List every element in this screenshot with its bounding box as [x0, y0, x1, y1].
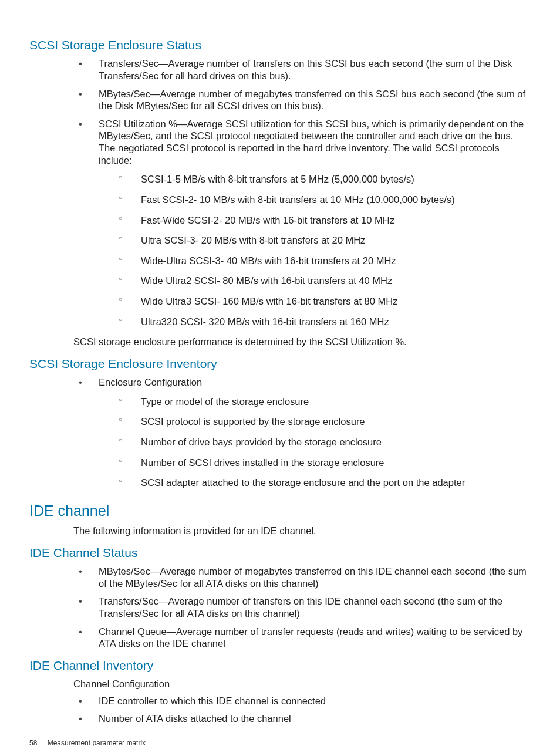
list-item-text: Enclosure Configuration — [99, 377, 202, 387]
list-item: Number of drive bays provided by the sto… — [119, 436, 531, 448]
page-footer: 58 Measurement parameter matrix — [29, 739, 531, 746]
heading-scsi-status: SCSI Storage Enclosure Status — [29, 38, 531, 53]
list-item: SCSI Utilization %—Average SCSI utilizat… — [79, 118, 531, 328]
list-item: Fast-Wide SCSI-2- 20 MB/s with 16-bit tr… — [119, 214, 531, 227]
list-item: Channel Queue—Average number of transfer… — [79, 626, 531, 650]
heading-ide-status: IDE Channel Status — [29, 545, 531, 561]
list-item: Enclosure Configuration Type or model of… — [79, 376, 531, 489]
page-number: 58 — [29, 739, 37, 746]
footer-title: Measurement parameter matrix — [48, 739, 146, 746]
sublist-enclosure-config: Type or model of the storage enclosure S… — [119, 396, 531, 489]
list-item: Wide-Ultra SCSI-3- 40 MB/s with 16-bit t… — [119, 255, 531, 267]
list-item: Fast SCSI-2- 10 MB/s with 8-bit transfer… — [119, 194, 531, 206]
list-item: Number of SCSI drives installed in the s… — [119, 457, 531, 469]
heading-scsi-inventory: SCSI Storage Enclosure Inventory — [29, 356, 531, 372]
list-scsi-inventory: Enclosure Configuration Type or model of… — [79, 376, 531, 489]
list-item: Ultra SCSI-3- 20 MB/s with 8-bit transfe… — [119, 234, 531, 247]
list-item: Ultra320 SCSI- 320 MB/s with 16-bit tran… — [119, 316, 531, 328]
paragraph-scsi-closing: SCSI storage enclosure performance is de… — [73, 336, 531, 348]
list-item-text: SCSI Utilization %—Average SCSI utilizat… — [99, 119, 524, 166]
list-item: MBytes/Sec—Average number of megabytes t… — [79, 565, 531, 589]
list-item: Transfers/Sec—Average number of transfer… — [79, 58, 531, 82]
list-item: Wide Ultra3 SCSI- 160 MB/s with 16-bit t… — [119, 295, 531, 308]
list-item: Transfers/Sec—Average number of transfer… — [79, 595, 531, 619]
list-item: MBytes/Sec—Average number of megabytes t… — [79, 88, 531, 112]
list-ide-inventory: IDE controller to which this IDE channel… — [79, 695, 531, 725]
list-item: IDE controller to which this IDE channel… — [79, 695, 531, 707]
list-item: SCSI protocol is supported by the storag… — [119, 416, 531, 428]
list-item: Number of ATA disks attached to the chan… — [79, 713, 531, 725]
heading-ide-channel: IDE channel — [29, 502, 531, 520]
list-item: Type or model of the storage enclosure — [119, 396, 531, 408]
paragraph-ide-intro: The following information is provided fo… — [73, 525, 531, 537]
list-item: SCSI adapter attached to the storage enc… — [119, 477, 531, 489]
paragraph-ide-inv-intro: Channel Configuration — [73, 678, 531, 690]
sublist-scsi-protocols: SCSI-1-5 MB/s with 8-bit transfers at 5 … — [119, 173, 531, 328]
list-item: Wide Ultra2 SCSI- 80 MB/s with 16-bit tr… — [119, 275, 531, 287]
list-scsi-status: Transfers/Sec—Average number of transfer… — [79, 58, 531, 328]
heading-ide-inventory: IDE Channel Inventory — [29, 658, 531, 673]
list-ide-status: MBytes/Sec—Average number of megabytes t… — [79, 565, 531, 650]
list-item: SCSI-1-5 MB/s with 8-bit transfers at 5 … — [119, 173, 531, 185]
